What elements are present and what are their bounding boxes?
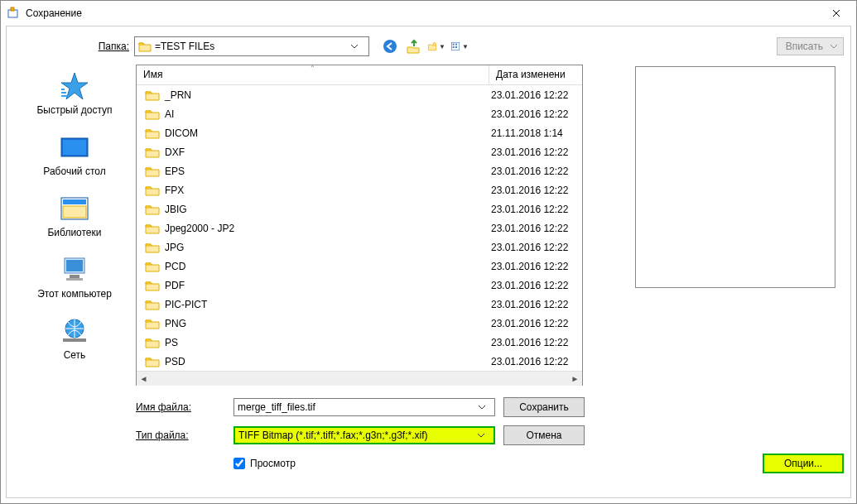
list-item[interactable]: EPS23.01.2016 12:22 xyxy=(137,161,582,180)
list-item[interactable]: PS23.01.2016 12:22 xyxy=(137,333,582,352)
folder-icon xyxy=(145,280,160,291)
file-date: 23.01.2016 12:22 xyxy=(491,356,582,367)
list-item[interactable]: PCD23.01.2016 12:22 xyxy=(137,257,582,276)
file-name: PNG xyxy=(165,318,491,329)
options-button[interactable]: Опции... xyxy=(763,454,844,473)
app-icon xyxy=(7,7,21,20)
file-date: 23.01.2016 12:22 xyxy=(491,146,582,158)
sidebar-item-libraries[interactable]: Библиотеки xyxy=(47,192,101,238)
file-name: AI xyxy=(165,108,491,120)
column-header-date[interactable]: Дата изменени xyxy=(489,65,582,84)
sidebar-item-label: Рабочий стол xyxy=(43,166,105,177)
file-name: DICOM xyxy=(165,127,491,139)
list-item[interactable]: JPG23.01.2016 12:22 xyxy=(137,238,582,257)
folder-icon xyxy=(145,108,160,120)
list-item[interactable]: _PRN23.01.2016 12:22 xyxy=(137,85,582,104)
views-button[interactable]: ▼ xyxy=(450,37,469,55)
file-date: 23.01.2016 12:22 xyxy=(491,204,582,215)
file-date: 23.01.2016 12:22 xyxy=(491,299,582,310)
sidebar-item-label: Сеть xyxy=(60,349,89,361)
up-button[interactable] xyxy=(404,37,422,55)
file-list: Имя ⌃ Дата изменени _PRN23.01.2016 12:22… xyxy=(136,65,583,386)
filetype-dropdown[interactable]: TIFF Bitmap (*.tif;*.tiff;*.fax;*.g3n;*.… xyxy=(234,426,495,444)
file-name: PSD xyxy=(165,356,491,367)
folder-icon xyxy=(145,261,160,272)
svg-rect-15 xyxy=(66,260,83,271)
file-name: PDF xyxy=(165,280,491,291)
sidebar-item-desktop[interactable]: Рабочий стол xyxy=(43,131,105,177)
cancel-button[interactable]: Отмена xyxy=(503,425,585,445)
list-item[interactable]: PSD23.01.2016 12:22 xyxy=(137,352,582,371)
filename-label: Имя файла: xyxy=(136,401,225,413)
folder-icon xyxy=(145,223,160,234)
back-button[interactable] xyxy=(381,37,399,55)
sort-asc-icon: ⌃ xyxy=(310,65,315,72)
column-header-name[interactable]: Имя ⌃ xyxy=(137,65,489,84)
close-button[interactable] xyxy=(817,2,855,25)
folder-icon xyxy=(145,166,160,177)
save-button[interactable]: Сохранить xyxy=(503,397,585,417)
svg-rect-10 xyxy=(63,140,86,155)
folder-icon xyxy=(145,337,160,348)
fit-dropdown[interactable]: Вписать xyxy=(777,37,844,55)
folder-bar: Папка: =TEST FILEs ▼ ▼ xyxy=(88,36,844,56)
sidebar-item-this-pc[interactable]: Этот компьютер xyxy=(37,253,112,300)
list-hscrollbar[interactable]: ◄ ► xyxy=(137,371,582,385)
list-item[interactable]: AI23.01.2016 12:22 xyxy=(137,104,582,123)
file-date: 23.01.2016 12:22 xyxy=(491,261,582,272)
dialog-body: Папка: =TEST FILEs ▼ ▼ xyxy=(6,26,851,498)
svg-rect-11 xyxy=(63,199,86,204)
file-date: 21.11.2018 1:14 xyxy=(491,127,582,139)
desktop-icon xyxy=(43,131,105,164)
list-item[interactable]: DICOM21.11.2018 1:14 xyxy=(137,123,582,142)
preview-checkbox[interactable] xyxy=(234,458,245,469)
list-header: Имя ⌃ Дата изменени xyxy=(137,65,582,85)
file-name: PIC-PICT xyxy=(165,299,491,310)
this-pc-icon xyxy=(37,253,112,286)
folder-icon xyxy=(145,204,160,215)
file-name: FPX xyxy=(165,185,491,196)
list-item[interactable]: JBIG23.01.2016 12:22 xyxy=(137,199,582,218)
folder-name: =TEST FILEs xyxy=(155,41,350,52)
folder-dropdown[interactable]: =TEST FILEs xyxy=(134,36,369,56)
file-name: _PRN xyxy=(165,89,491,101)
file-date: 23.01.2016 12:22 xyxy=(491,108,582,120)
file-name: EPS xyxy=(165,166,491,177)
list-item[interactable]: PDF23.01.2016 12:22 xyxy=(137,276,582,295)
svg-rect-1 xyxy=(11,7,14,11)
sidebar-item-network[interactable]: Сеть xyxy=(60,314,89,361)
libraries-icon xyxy=(47,192,101,225)
file-name: Jpeg2000 - JP2 xyxy=(165,223,491,234)
file-name: PS xyxy=(165,337,491,348)
sidebar-item-label: Быстрый доступ xyxy=(36,104,112,116)
title-bar: Сохранение xyxy=(1,1,856,26)
sidebar-item-label: Этот компьютер xyxy=(37,288,112,300)
folder-icon xyxy=(138,41,152,52)
folder-icon xyxy=(145,356,160,367)
file-date: 23.01.2016 12:22 xyxy=(491,318,582,329)
list-item[interactable]: PNG23.01.2016 12:22 xyxy=(137,314,582,333)
file-date: 23.01.2016 12:22 xyxy=(491,166,582,177)
file-name: DXF xyxy=(165,146,491,158)
list-item[interactable]: Jpeg2000 - JP223.01.2016 12:22 xyxy=(137,218,582,238)
file-date: 23.01.2016 12:22 xyxy=(491,280,582,291)
preview-pane xyxy=(635,66,835,288)
folder-icon xyxy=(145,242,160,253)
sidebar-item-quick-access[interactable]: Быстрый доступ xyxy=(36,70,112,116)
chevron-down-icon xyxy=(477,433,490,438)
list-item[interactable]: PIC-PICT23.01.2016 12:22 xyxy=(137,295,582,314)
new-folder-button[interactable]: ▼ xyxy=(427,37,445,55)
file-name: JPG xyxy=(165,242,491,253)
file-date: 23.01.2016 12:22 xyxy=(491,89,582,101)
list-item[interactable]: FPX23.01.2016 12:22 xyxy=(137,180,582,199)
preview-checkbox-label: Просмотр xyxy=(250,458,296,469)
quick-access-icon xyxy=(36,70,112,103)
sidebar-item-label: Библиотеки xyxy=(47,227,101,238)
filename-input[interactable]: merge_tiff_files.tif xyxy=(234,398,495,416)
svg-rect-12 xyxy=(63,206,86,218)
list-item[interactable]: DXF23.01.2016 12:22 xyxy=(137,142,582,161)
svg-rect-5 xyxy=(453,44,455,46)
folder-icon xyxy=(145,318,160,329)
list-body[interactable]: _PRN23.01.2016 12:22AI23.01.2016 12:22DI… xyxy=(137,85,582,371)
svg-rect-19 xyxy=(63,338,86,342)
